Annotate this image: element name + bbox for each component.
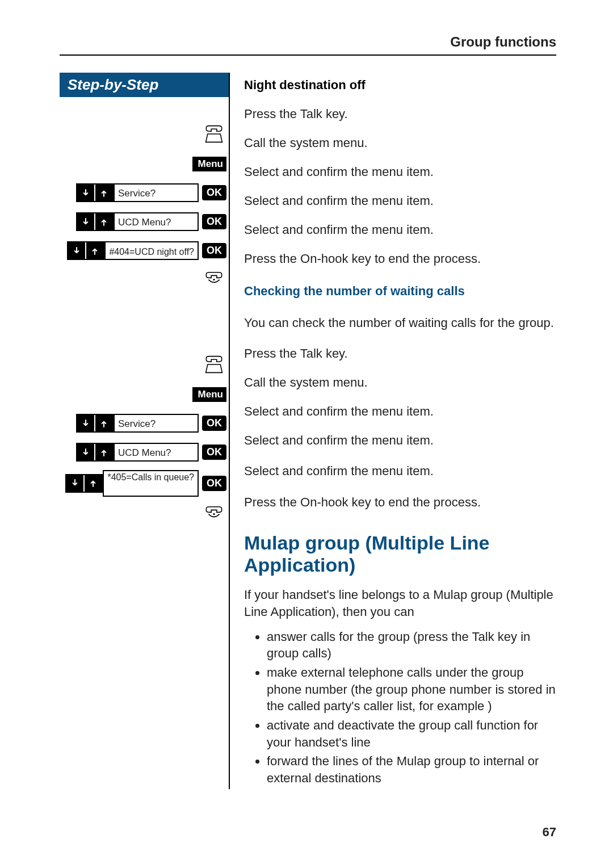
arrow-up-icon [94,444,112,460]
talk-key-row-2 [60,353,229,378]
arrow-up-icon [85,242,103,259]
sec1-step4: Select and confirm the menu item. [244,188,556,213]
sec1-step1: Press the Talk key. [244,101,556,127]
header-section: Group functions [60,34,556,56]
ok-badge: OK [202,185,226,200]
right-column: Night destination off Press the Talk key… [230,73,556,789]
onhook-row-2 [60,501,229,527]
sec1-step6: Press the On-hook key to end the process… [244,246,556,271]
menu-badge: Menu [192,387,226,402]
mulap-intro: If your handset's line belongs to a Mula… [244,586,556,620]
sec2-step1: Press the Talk key. [244,341,556,366]
night-off-row: #404=UCD night off? OK [60,238,229,263]
menu-item-ucd-menu: UCD Menu? [114,443,199,462]
arrow-down-icon [68,242,85,259]
spacer [60,97,229,122]
calls-in-queue-row: *405=Calls in queue? OK [60,468,229,498]
mulap-bullet-3: activate and deactivate the group call f… [267,717,556,750]
nav-arrows [76,414,114,433]
menu-item-service: Service? [114,183,199,202]
talk-key-icon [205,125,226,145]
checking-waiting-calls-title: Checking the number of waiting calls [244,277,556,305]
page-number: 67 [543,825,556,840]
menu-badge: Menu [192,157,226,171]
sec1-step2: Call the system menu. [244,130,556,156]
sec2-step4: Select and confirm the menu item. [244,427,556,453]
two-column-layout: Step-by-Step Menu Service? OK [60,73,556,789]
mulap-group-title: Mulap group (Multiple Line Application) [244,532,556,576]
ok-badge: OK [202,214,226,229]
sec2-step2: Call the system menu. [244,370,556,395]
onhook-row [60,267,229,292]
sec1-step5: Select and confirm the menu item. [244,217,556,242]
nav-arrows [76,183,114,202]
arrow-up-icon [94,184,112,201]
sec1-step3: Select and confirm the menu item. [244,159,556,184]
nav-arrows [76,212,114,231]
service-row-2: Service? OK [60,410,229,436]
night-destination-off-title: Night destination off [244,73,556,98]
menu-badge-row: Menu [60,151,229,177]
arrow-up-icon [94,213,112,230]
menu-item-service: Service? [114,414,199,433]
talk-key-row [60,122,229,148]
nav-arrows [67,241,104,260]
arrow-down-icon [77,444,94,460]
left-column: Step-by-Step Menu Service? OK [60,73,230,789]
ucd-menu-row-2: UCD Menu? OK [60,439,229,465]
onhook-key-icon [205,270,226,290]
step-by-step-header: Step-by-Step [60,73,229,97]
ucd-menu-row: UCD Menu? OK [60,209,229,234]
menu-item-night-off: #404=UCD night off? [104,241,199,260]
sec2-step3: Select and confirm the menu item. [244,399,556,424]
ok-badge: OK [202,416,226,431]
sec2-step5: Select and confirm the menu item. [244,456,556,486]
spacer [60,296,229,353]
mulap-bullets: answer calls for the group (press the Ta… [244,628,556,787]
ok-badge: OK [202,243,226,258]
arrow-up-icon [94,415,112,431]
sec2-step6: Press the On-hook key to end the process… [244,489,556,515]
ok-badge: OK [202,445,226,460]
page: Group functions Step-by-Step Menu [0,0,613,868]
mulap-bullet-1: answer calls for the group (press the Ta… [267,628,556,662]
arrow-down-icon [66,475,83,492]
arrow-down-icon [77,415,94,431]
ok-badge: OK [202,476,226,491]
menu-item-calls-in-queue: *405=Calls in queue? [103,470,199,497]
nav-arrows [76,443,114,462]
arrow-up-icon [83,475,102,492]
nav-arrows [65,474,103,493]
service-row: Service? OK [60,180,229,206]
mulap-bullet-2: make external telephone calls under the … [267,664,556,715]
onhook-key-icon [205,504,226,525]
mulap-bullet-4: forward the lines of the Mulap group to … [267,753,556,786]
sec2-intro: You can check the number of waiting call… [244,309,556,337]
menu-badge-row-2: Menu [60,381,229,407]
talk-key-icon [205,355,226,376]
arrow-down-icon [77,213,94,230]
menu-item-ucd-menu: UCD Menu? [114,212,199,231]
arrow-down-icon [77,184,94,201]
